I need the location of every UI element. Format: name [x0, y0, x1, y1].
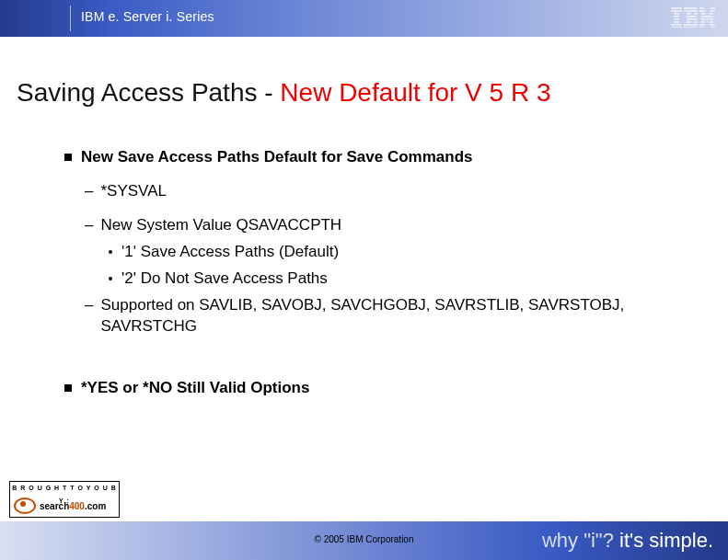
content-area: New Save Access Paths Default for Save C… — [64, 147, 691, 412]
svg-rect-25 — [701, 18, 705, 20]
slide: IBM e. Server i. Series — [0, 0, 728, 560]
svg-rect-9 — [684, 10, 698, 12]
dot-icon — [109, 277, 112, 280]
dot-list: '1' Save Access Paths (Default) '2' Do N… — [109, 242, 691, 290]
svg-rect-17 — [684, 27, 697, 28]
svg-rect-6 — [671, 24, 682, 26]
svg-rect-2 — [674, 13, 679, 15]
dot-text: '1' Save Access Paths (Default) — [121, 242, 339, 263]
svg-rect-27 — [710, 18, 713, 20]
dash-text: *SYSVAL — [100, 181, 167, 202]
header-divider — [70, 6, 71, 31]
sponsor-badge: B R O U G H T T O Y O U B Y : search400.… — [9, 481, 120, 518]
svg-rect-24 — [701, 16, 713, 17]
svg-rect-15 — [694, 21, 698, 23]
dot-icon — [109, 250, 112, 254]
svg-rect-16 — [684, 24, 698, 26]
dash-text: New System Value QSAVACCPTH — [100, 215, 341, 236]
svg-rect-10 — [687, 13, 691, 15]
svg-rect-22 — [701, 13, 706, 15]
bullet-1: New Save Access Paths Default for Save C… — [64, 147, 691, 168]
tagline-simple: it's simple. — [614, 529, 713, 552]
badge-name-p3: .com — [85, 501, 106, 511]
svg-rect-32 — [710, 24, 715, 26]
dot-text: '2' Do Not Save Access Paths — [121, 269, 328, 290]
svg-rect-14 — [687, 21, 691, 23]
page-title: Saving Access Paths - New Default for V … — [17, 78, 550, 108]
footer-tagline: why "i"? it's simple. — [542, 529, 713, 553]
badge-name-p1: search — [40, 501, 69, 511]
dash-text: Supported on SAVLIB, SAVOBJ, SAVCHGOBJ, … — [100, 295, 691, 337]
dash-icon: – — [85, 295, 93, 337]
svg-rect-26 — [706, 18, 709, 20]
svg-rect-8 — [684, 7, 697, 9]
dash-item: – New System Value QSAVACCPTH — [85, 215, 691, 236]
badge-name-p2: 400 — [69, 501, 85, 511]
footer-bar: © 2005 IBM Corporation why "i"? it's sim… — [0, 521, 728, 560]
dot-item: '2' Do Not Save Access Paths — [109, 269, 691, 290]
dot-item: '1' Save Access Paths (Default) — [109, 242, 691, 263]
eye-icon — [14, 497, 36, 514]
svg-rect-4 — [674, 18, 679, 20]
bullet-1-text: New Save Access Paths Default for Save C… — [81, 147, 472, 168]
svg-rect-29 — [707, 21, 708, 23]
footer-copyright: © 2005 IBM Corporation — [315, 534, 414, 544]
title-part2: New Default for V 5 R 3 — [280, 78, 550, 107]
svg-rect-33 — [699, 27, 704, 28]
header-bar: IBM e. Server i. Series — [0, 0, 728, 37]
bullet-2-text: *YES or *NO Still Valid Options — [81, 378, 309, 399]
square-bullet-icon — [64, 154, 72, 161]
dash-item: – Supported on SAVLIB, SAVOBJ, SAVCHGOBJ… — [85, 295, 691, 337]
svg-rect-31 — [699, 24, 705, 26]
badge-name: search400.com — [40, 501, 106, 511]
dash-list-1: – *SYSVAL – New System Value QSAVACCPTH — [85, 181, 691, 236]
dash-list-2: – Supported on SAVLIB, SAVOBJ, SAVCHGOBJ… — [85, 295, 691, 337]
dash-icon: – — [85, 215, 93, 236]
svg-rect-23 — [709, 13, 713, 15]
svg-rect-3 — [674, 16, 679, 17]
svg-rect-20 — [699, 10, 705, 12]
bullet-2: *YES or *NO Still Valid Options — [64, 378, 691, 399]
svg-rect-28 — [701, 21, 705, 23]
svg-rect-11 — [694, 13, 698, 15]
square-bullet-icon — [64, 384, 72, 392]
badge-top: B R O U G H T T O Y O U B Y : — [10, 482, 119, 495]
tagline-why: why "i"? — [542, 529, 614, 552]
svg-rect-18 — [699, 7, 704, 9]
svg-rect-12 — [687, 16, 697, 17]
svg-rect-19 — [711, 7, 715, 9]
svg-rect-1 — [671, 10, 682, 12]
title-part1: Saving Access Paths - — [17, 78, 280, 107]
svg-rect-13 — [687, 18, 697, 20]
svg-rect-30 — [710, 21, 713, 23]
dash-item: – *SYSVAL — [85, 181, 691, 202]
svg-rect-21 — [710, 10, 715, 12]
svg-rect-7 — [671, 27, 682, 28]
dash-icon: – — [85, 181, 93, 202]
svg-rect-34 — [711, 27, 715, 28]
header-brand: IBM e. Server i. Series — [81, 9, 214, 24]
svg-rect-5 — [674, 21, 679, 23]
ibm-logo-icon — [671, 7, 715, 28]
svg-rect-0 — [671, 7, 682, 9]
